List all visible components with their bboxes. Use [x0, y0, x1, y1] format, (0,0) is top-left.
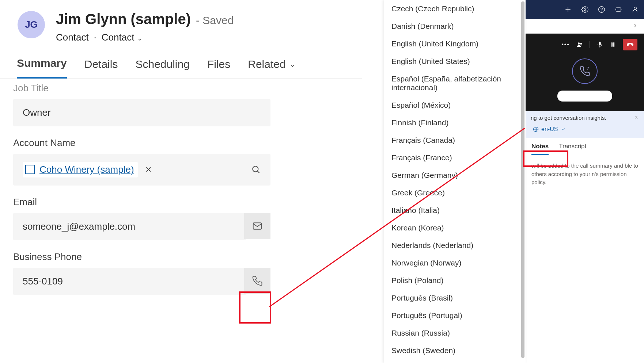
- language-option[interactable]: Greek (Greece): [384, 184, 526, 202]
- account-entity-icon: [26, 166, 34, 174]
- contact-name: Jim Glynn (sample): [56, 11, 191, 27]
- language-option[interactable]: Español (España, alfabetización internac…: [384, 70, 526, 96]
- language-option[interactable]: Español (México): [384, 96, 526, 114]
- language-option[interactable]: English (United Kingdom): [384, 35, 526, 53]
- contact-record-panel: JG Jim Glynn (sample) - Saved Contact · …: [0, 0, 362, 310]
- language-option[interactable]: Français (France): [384, 149, 526, 167]
- notes-placeholder: will be added to the call summary and bl…: [526, 155, 644, 193]
- business-phone-input[interactable]: 555-0109: [13, 268, 246, 295]
- participants-button[interactable]: [576, 41, 583, 48]
- mail-icon: [252, 221, 263, 232]
- svg-point-11: [634, 7, 637, 9]
- email-input[interactable]: someone_j@example.com: [13, 213, 246, 240]
- tab-details[interactable]: Details: [84, 57, 118, 79]
- language-option[interactable]: Swedish (Sweden): [384, 342, 526, 359]
- svg-text:?: ?: [587, 66, 589, 70]
- remove-lookup-button[interactable]: ✕: [145, 165, 152, 175]
- breadcrumb: Contact · Contact ⌄: [56, 32, 234, 43]
- more-options-button[interactable]: •••: [561, 41, 570, 48]
- help-button[interactable]: [598, 6, 605, 13]
- language-option[interactable]: Russian (Russia): [384, 324, 526, 342]
- language-option[interactable]: Czech (Czech Republic): [384, 0, 526, 18]
- svg-point-6: [599, 7, 605, 13]
- form-body: Job Title Owner Account Name Coho Winery…: [0, 79, 285, 310]
- call-phone-button[interactable]: [244, 268, 270, 294]
- search-icon[interactable]: [251, 165, 261, 175]
- field-label-email: Email: [13, 196, 270, 208]
- field-label-job-title: Job Title: [13, 83, 270, 94]
- right-panel: ••• ? ng to get conversation insights. e…: [526, 0, 644, 193]
- language-option[interactable]: Français (Canada): [384, 131, 526, 149]
- scrollbar[interactable]: [521, 1, 524, 358]
- language-option[interactable]: English (United States): [384, 53, 526, 70]
- caller-avatar: ?: [572, 58, 598, 84]
- tab-summary[interactable]: Summary: [17, 57, 67, 79]
- caller-name-redacted: [557, 91, 612, 102]
- svg-point-7: [602, 11, 602, 11]
- language-option[interactable]: Finnish (Finland): [384, 114, 526, 131]
- send-email-button[interactable]: [244, 213, 270, 239]
- chevron-down-icon: [560, 126, 566, 132]
- language-option[interactable]: Polish (Poland): [384, 272, 526, 289]
- svg-rect-2: [253, 223, 262, 229]
- chevron-down-icon: ⌄: [137, 35, 143, 42]
- form-selector[interactable]: Contact ⌄: [102, 32, 143, 43]
- app-top-bar: [526, 0, 644, 19]
- insight-text: ng to get conversation insights.: [531, 115, 606, 121]
- language-option[interactable]: Italiano (Italia): [384, 202, 526, 219]
- globe-icon: [533, 126, 539, 132]
- entity-type: Contact: [56, 32, 89, 43]
- tab-notes[interactable]: Notes: [531, 143, 549, 155]
- divider: [590, 41, 590, 48]
- settings-button[interactable]: [581, 6, 588, 13]
- svg-point-0: [253, 166, 258, 172]
- saved-indicator: - Saved: [196, 14, 234, 27]
- call-panel-tabs: Notes Transcript: [526, 138, 644, 155]
- svg-rect-15: [611, 43, 612, 47]
- account-lookup-chip[interactable]: Coho Winery (sample): [23, 162, 138, 177]
- account-link[interactable]: Coho Winery (sample): [39, 164, 134, 175]
- hold-button[interactable]: [610, 41, 616, 48]
- language-option[interactable]: Korean (Korea): [384, 219, 526, 237]
- chevron-down-icon: ⌄: [289, 60, 296, 69]
- profile-button[interactable]: [632, 6, 639, 13]
- record-tabs: Summary Details Scheduling Files Related…: [0, 43, 362, 79]
- language-option[interactable]: Danish (Denmark): [384, 18, 526, 35]
- svg-point-12: [578, 43, 580, 45]
- add-button[interactable]: [564, 6, 572, 13]
- job-title-input[interactable]: Owner: [13, 99, 270, 126]
- language-option[interactable]: Thai (Thailand): [384, 359, 526, 363]
- phone-question-icon: ?: [579, 66, 590, 77]
- svg-rect-8: [616, 8, 621, 11]
- account-name-input[interactable]: Coho Winery (sample) ✕: [13, 154, 270, 186]
- tab-files[interactable]: Files: [207, 57, 230, 79]
- record-header: JG Jim Glynn (sample) - Saved Contact · …: [0, 0, 362, 43]
- svg-point-13: [580, 43, 582, 45]
- hangup-button[interactable]: [623, 39, 637, 50]
- field-label-phone: Business Phone: [13, 251, 270, 263]
- svg-point-5: [584, 9, 586, 11]
- language-option[interactable]: German (Germany): [384, 167, 526, 184]
- insight-bar: ng to get conversation insights.: [526, 111, 644, 125]
- language-dropdown[interactable]: Czech (Czech Republic)Danish (Denmark)En…: [384, 0, 526, 363]
- field-label-account: Account Name: [13, 137, 270, 149]
- language-option[interactable]: Nederlands (Nederland): [384, 237, 526, 254]
- collapse-panel-button[interactable]: [632, 23, 638, 30]
- svg-line-1: [257, 171, 259, 173]
- phone-icon: [252, 275, 263, 286]
- call-panel: ••• ?: [526, 34, 644, 111]
- language-option[interactable]: Norwegian (Norway): [384, 254, 526, 272]
- collapse-insight-button[interactable]: [634, 115, 639, 121]
- breadcrumb-separator: ·: [94, 32, 96, 43]
- avatar: JG: [18, 11, 45, 38]
- language-option[interactable]: Português (Brasil): [384, 289, 526, 307]
- tab-scheduling[interactable]: Scheduling: [135, 57, 189, 79]
- mute-button[interactable]: [596, 41, 603, 48]
- tab-related[interactable]: Related ⌄: [248, 57, 295, 79]
- language-option[interactable]: Português (Portugal): [384, 307, 526, 324]
- tab-transcript[interactable]: Transcript: [559, 143, 586, 155]
- collapse-row: [526, 19, 644, 34]
- assistant-button[interactable]: [615, 6, 622, 13]
- svg-rect-16: [614, 43, 614, 47]
- language-selector[interactable]: en-US: [531, 125, 568, 134]
